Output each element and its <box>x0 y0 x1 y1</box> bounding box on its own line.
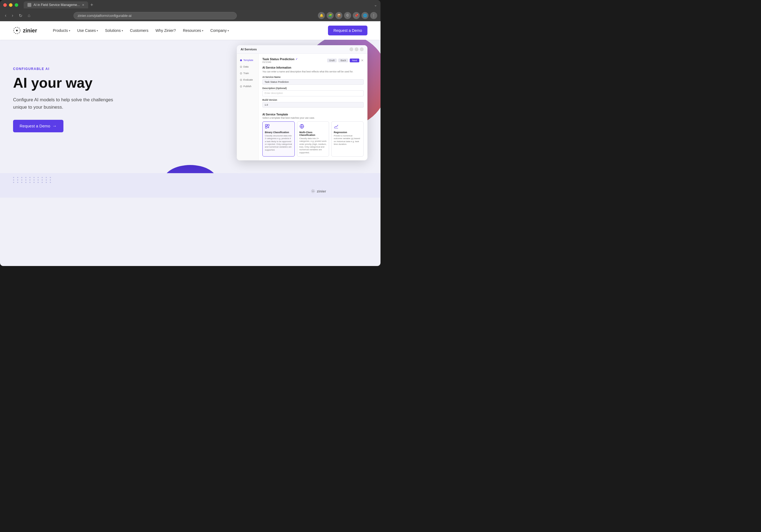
reload-button[interactable]: ↻ <box>17 12 24 19</box>
back-button[interactable]: ‹ <box>3 12 8 19</box>
footer-dots <box>13 177 52 183</box>
ai-sidebar-dot-data <box>240 66 242 68</box>
extension-icon-3[interactable]: © <box>344 12 351 19</box>
profile-icon[interactable]: 🌐 <box>362 12 369 19</box>
extension-icon-2[interactable]: 📦 <box>335 12 342 19</box>
check-icon: ✓ <box>296 58 298 60</box>
home-button[interactable]: ⌂ <box>26 12 32 19</box>
ai-task-info: Task Status Prediction ✓ 01/1346 <box>263 57 298 63</box>
ai-template-multiclass[interactable]: Multi-Class Classification Classify data… <box>297 121 329 156</box>
traffic-light-close[interactable] <box>3 3 7 7</box>
extension-icon-4[interactable]: 📌 <box>353 12 360 19</box>
ai-ctrl-2[interactable] <box>355 47 358 51</box>
nav-link-use-cases[interactable]: Use Cases ▾ <box>75 27 101 34</box>
ai-name-value: Task Status Prediction <box>263 79 364 85</box>
site-nav: zinier Products ▾ Use Cases ▾ Solutions … <box>0 21 380 40</box>
ai-sidebar-dot-train <box>240 72 242 74</box>
svg-point-12 <box>313 191 314 192</box>
ai-desc-placeholder[interactable]: Enter description <box>263 90 364 96</box>
logo-text: zinier <box>23 28 37 34</box>
browser-titlebar: AI in Field Service Manageme... ✕ + ⌄ <box>0 0 380 10</box>
logo-icon <box>13 27 21 34</box>
svg-point-1 <box>16 30 18 31</box>
ai-info-section: AI Service Information You can enter a n… <box>263 66 364 110</box>
company-chevron-icon: ▾ <box>228 29 229 32</box>
nav-link-use-cases-label: Use Cases <box>77 28 96 33</box>
nav-cta-button[interactable]: Request a Demo <box>328 26 368 35</box>
ai-top-actions: Draft Back Next ✕ <box>327 59 364 62</box>
ai-main-content: Task Status Prediction ✓ 01/1346 Draft B… <box>259 54 368 160</box>
nav-link-products[interactable]: Products ▾ <box>50 27 73 34</box>
logo[interactable]: zinier <box>13 27 37 34</box>
footer-dot <box>13 177 14 178</box>
ai-template-binary[interactable]: Binary Classification Classify structure… <box>263 121 295 156</box>
toolbar-icons: 🔔 🧩 📦 © 📌 🌐 ⋮ <box>318 12 377 19</box>
hero-cta-label: Request a Demo <box>20 124 50 128</box>
ai-card-body: Template Data Train <box>237 54 368 160</box>
browser-tab-active[interactable]: AI in Field Service Manageme... ✕ <box>24 1 88 8</box>
products-chevron-icon: ▾ <box>69 29 70 32</box>
nav-link-resources[interactable]: Resources ▾ <box>180 27 206 34</box>
extension-icon-1[interactable]: 🧩 <box>326 12 334 19</box>
notification-icon[interactable]: 🔔 <box>318 12 325 19</box>
nav-link-customers[interactable]: Customers <box>127 27 151 34</box>
nav-link-company-label: Company <box>210 28 227 33</box>
svg-rect-4 <box>265 127 267 128</box>
ai-info-desc: You can enter a name and description tha… <box>263 70 364 74</box>
address-bar-url: zinier.com/platform/configurable-ai <box>78 14 132 18</box>
ai-services-card: AI Services Template <box>237 45 368 160</box>
ai-template-desc: Select a template that best matches your… <box>263 117 364 119</box>
ai-sidebar-train[interactable]: Train <box>237 70 258 77</box>
nav-link-company[interactable]: Company ▾ <box>208 27 232 34</box>
ai-sidebar-data-label: Data <box>243 65 249 68</box>
arrow-icon: → <box>52 124 57 129</box>
ai-sidebar-dot-publish <box>240 86 242 88</box>
hero-section: CONFIGURABLE AI AI your way Configure AI… <box>0 40 380 198</box>
ai-template-regression[interactable]: Regression Predict a numerical outcome v… <box>331 121 364 156</box>
ai-build-label: Build Version <box>263 98 364 101</box>
badge-back[interactable]: Back <box>338 59 348 62</box>
ai-task-sub: 01/1346 <box>263 61 298 63</box>
menu-icon[interactable]: ⋮ <box>370 12 377 19</box>
traffic-light-minimize[interactable] <box>9 3 13 7</box>
hero-left-content: CONFIGURABLE AI AI your way Configure AI… <box>13 56 133 132</box>
nav-link-why-zinier[interactable]: Why Zinier? <box>153 27 179 34</box>
ai-task-name-text: Task Status Prediction <box>263 57 295 61</box>
browser-toolbar: ‹ › ↻ ⌂ zinier.com/platform/configurable… <box>0 10 380 21</box>
ai-close-button[interactable]: ✕ <box>361 59 364 62</box>
nav-link-solutions-label: Solutions <box>105 28 121 33</box>
badge-next[interactable]: Next <box>350 59 359 62</box>
ai-template-section: AI Service Template Select a template th… <box>263 113 364 156</box>
ai-form-group-build: Build Version 1.0 <box>263 98 364 107</box>
ai-sidebar-template[interactable]: Template <box>237 57 258 63</box>
ai-templates-grid: Binary Classification Classify structure… <box>263 121 364 156</box>
ai-form-left: AI Service Name Task Status Prediction D… <box>263 76 364 110</box>
ai-sidebar-evaluate[interactable]: Evaluate <box>237 77 258 83</box>
ai-ctrl-1[interactable] <box>349 47 353 51</box>
tab-label: AI in Field Service Manageme... <box>33 3 80 7</box>
ai-sidebar-data[interactable]: Data <box>237 63 258 70</box>
traffic-light-maximize[interactable] <box>15 3 18 7</box>
ai-form-group-desc: Description (Optional) Enter description <box>263 87 364 96</box>
tab-bar: AI in Field Service Manageme... ✕ + <box>24 1 372 8</box>
ai-card-wrapper: AI Services Template <box>237 45 368 160</box>
address-bar[interactable]: zinier.com/platform/configurable-ai <box>74 12 237 19</box>
tab-favicon <box>28 3 31 7</box>
ai-sidebar-dot-template <box>240 59 242 61</box>
tab-close-button[interactable]: ✕ <box>82 3 85 7</box>
multi-class-name: Multi-Class Classification <box>299 131 327 137</box>
ai-sidebar-publish-label: Publish <box>243 85 252 88</box>
ai-desc-label: Description (Optional) <box>263 87 364 89</box>
forward-button[interactable]: › <box>10 12 15 19</box>
ai-info-title: AI Service Information <box>263 66 364 69</box>
ai-ctrl-3[interactable] <box>360 47 364 51</box>
ai-sidebar-publish[interactable]: Publish <box>237 83 258 89</box>
hero-cta-button[interactable]: Request a Demo → <box>13 120 63 132</box>
ai-sidebar-train-label: Train <box>243 72 249 75</box>
ai-sidebar-dot-evaluate <box>240 79 242 81</box>
window-controls[interactable]: ⌄ <box>374 3 377 7</box>
nav-link-solutions[interactable]: Solutions ▾ <box>102 27 126 34</box>
new-tab-button[interactable]: + <box>88 2 95 8</box>
hero-title: AI your way <box>13 75 133 91</box>
hero-description: Configure AI models to help solve the ch… <box>13 96 116 111</box>
